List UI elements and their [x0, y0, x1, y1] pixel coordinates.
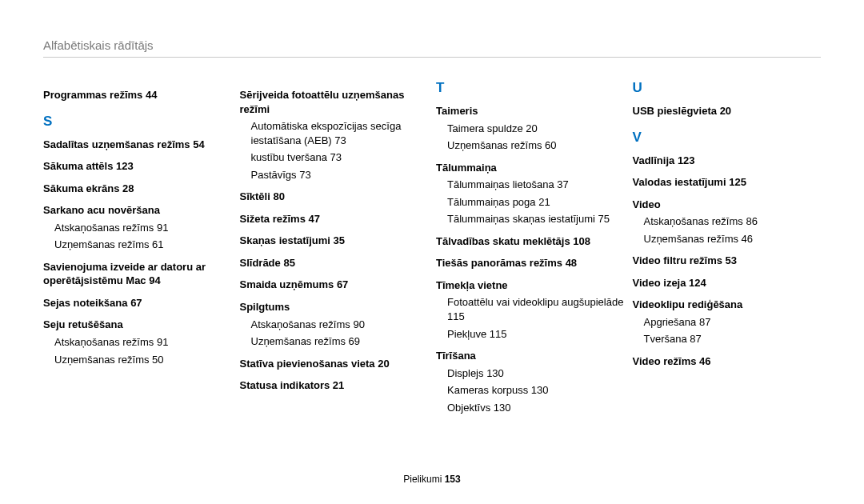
index-subentry: Uzņemšanas režīms 50: [54, 353, 232, 367]
index-subentry: Atskaņošanas režīms 91: [54, 221, 232, 235]
index-subentry: Atskaņošanas režīms 86: [644, 214, 822, 229]
index-entry: Tīrīšana: [436, 349, 625, 363]
index-subentry: kustību tveršana 73: [251, 150, 429, 165]
index-entry: Spilgtums: [240, 300, 429, 314]
index-entry: Sākuma attēls 123: [43, 159, 232, 174]
page-footer: Pielikumi 153: [0, 474, 864, 485]
index-entry: Sižeta režīms 47: [240, 212, 429, 226]
column-1: Programmas režīms 44 S Sadalītas uzņemša…: [43, 80, 232, 414]
index-entry: Statīva pievienošanas vieta 20: [240, 357, 429, 371]
index-subentry: Atskaņošanas režīms 91: [54, 335, 232, 350]
section-letter-t: T: [436, 80, 625, 96]
index-subentry: Taimera spuldze 20: [447, 122, 625, 136]
index-entry: Taimeris: [436, 104, 625, 118]
index-subentry: Fotoattēlu vai videoklipu augšupielāde 1…: [447, 295, 625, 323]
column-3: T Taimeris Taimera spuldze 20 Uzņemšanas…: [436, 80, 625, 414]
index-entry: Seju retušēšana: [43, 318, 232, 332]
column-2: Sērijveida fotoattēlu uzņemšanas režīmi …: [240, 80, 429, 414]
index-subentry: Objektīvs 130: [447, 401, 625, 415]
index-entry: Sarkano acu novēršana: [43, 203, 232, 218]
index-entry: Video filtru režīms 53: [633, 254, 822, 268]
index-entry: USB pieslēgvieta 20: [633, 104, 822, 118]
index-entry: Slīdrāde 85: [240, 256, 429, 270]
index-entry: Tīmekļa vietne: [436, 278, 625, 293]
index-subentry: Uzņemšanas režīms 61: [54, 238, 232, 252]
index-entry: Sadalītas uzņemšanas režīms 54: [43, 138, 232, 152]
column-4: U USB pieslēgvieta 20 V Vadlīnija 123 Va…: [633, 80, 822, 414]
index-subentry: Tālummaiņas lietošana 37: [447, 178, 625, 192]
index-subentry: Displejs 130: [447, 366, 625, 381]
index-entry: Video: [633, 198, 822, 212]
index-subentry: Kameras korpuss 130: [447, 383, 625, 398]
index-entry: Sākuma ekrāns 28: [43, 182, 232, 196]
index-entry: Video izeja 124: [633, 276, 822, 290]
index-entry: Vadlīnija 123: [633, 154, 822, 168]
footer-page-number: 153: [445, 474, 461, 485]
index-subentry: Automātiska ekspozīcijas secīga iestatīš…: [251, 119, 429, 147]
index-entry: Tiešās panorāmas režīms 48: [436, 256, 625, 270]
index-entry: Video režīms 46: [633, 354, 822, 369]
index-subentry: Atskaņošanas režīms 90: [251, 318, 429, 332]
index-subentry: Tālummaiņas skaņas iestatījumi 75: [447, 212, 625, 226]
index-entry: Savienojuma izveide ar datoru ar operētā…: [43, 260, 232, 288]
section-letter-u: U: [633, 80, 822, 96]
index-entry: Tālummaiņa: [436, 161, 625, 175]
index-entry: Valodas iestatījumi 125: [633, 175, 822, 190]
index-subentry: Pastāvīgs 73: [251, 168, 429, 182]
page-header: Alfabētiskais rādītājs: [43, 38, 821, 58]
index-subentry: Apgriešana 87: [644, 315, 822, 330]
index-entry: Programmas režīms 44: [43, 88, 232, 102]
index-entry: Smaida uzņēmums 67: [240, 278, 429, 292]
section-letter-v: V: [633, 130, 822, 146]
index-subentry: Tveršana 87: [644, 332, 822, 346]
index-entry: Skaņas iestatījumi 35: [240, 234, 429, 248]
index-entry: Sejas noteikšana 67: [43, 296, 232, 310]
index-entry: Videoklipu rediģēšana: [633, 298, 822, 312]
index-entry: Statusa indikators 21: [240, 378, 429, 393]
index-entry: Sīktēli 80: [240, 190, 429, 204]
index-subentry: Piekļuve 115: [447, 327, 625, 342]
index-entry: Sērijveida fotoattēlu uzņemšanas režīmi: [240, 88, 429, 116]
footer-label: Pielikumi: [403, 474, 442, 485]
index-subentry: Tālummaiņas poga 21: [447, 195, 625, 210]
index-subentry: Uzņemšanas režīms 46: [644, 232, 822, 246]
section-letter-s: S: [43, 114, 232, 130]
index-subentry: Uzņemšanas režīms 69: [251, 334, 429, 349]
index-entry: Tālvadības skatu meklētājs 108: [436, 234, 625, 249]
index-columns: Programmas režīms 44 S Sadalītas uzņemša…: [43, 80, 821, 414]
index-subentry: Uzņemšanas režīms 60: [447, 138, 625, 153]
